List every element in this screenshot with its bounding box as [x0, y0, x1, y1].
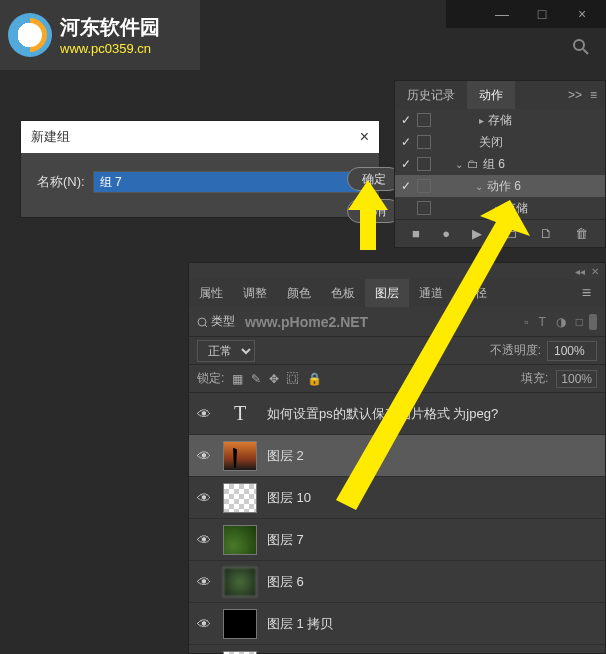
layer-thumbnail[interactable]: [223, 567, 257, 597]
close-window-button[interactable]: ×: [562, 3, 602, 25]
window-titlebar: — □ ×: [446, 0, 606, 28]
tab-属性[interactable]: 属性: [189, 279, 233, 307]
action-row[interactable]: ✓ 关闭: [395, 131, 605, 153]
filter-kind-dropdown[interactable]: 类型: [197, 313, 235, 330]
panel-menu-button[interactable]: ≡: [590, 88, 597, 102]
lock-label: 锁定:: [197, 370, 224, 387]
opacity-value[interactable]: 100%: [547, 341, 597, 361]
layer-thumbnail[interactable]: [223, 441, 257, 471]
action-label: 动作 6: [487, 178, 521, 195]
action-label: 组 6: [483, 156, 505, 173]
panel-close-button[interactable]: ✕: [591, 266, 599, 277]
action-row[interactable]: ✓ ⌄ 动作 6: [395, 175, 605, 197]
svg-point-0: [574, 40, 584, 50]
filter-toggle[interactable]: [589, 314, 597, 330]
dialog-title-text: 新建组: [31, 128, 70, 146]
svg-line-3: [205, 325, 207, 327]
dialog-close-button[interactable]: ×: [360, 128, 369, 146]
layer-thumbnail[interactable]: [223, 525, 257, 555]
new-action-button[interactable]: 🗋: [540, 226, 553, 241]
layer-row[interactable]: 👁 图层 6: [189, 561, 605, 603]
action-label: 存储: [488, 112, 512, 129]
lock-transparent-icon[interactable]: ▦: [232, 372, 243, 386]
delete-button[interactable]: 🗑: [575, 226, 588, 241]
layer-row[interactable]: 👁 图层 1: [189, 645, 605, 654]
group-name-input[interactable]: [93, 171, 363, 193]
action-dialog-toggle[interactable]: [417, 113, 431, 127]
layer-thumbnail[interactable]: [223, 651, 257, 655]
expand-arrow-icon[interactable]: ⌄: [455, 159, 463, 170]
tab-actions[interactable]: 动作: [467, 81, 515, 109]
svg-line-1: [583, 49, 588, 54]
blend-mode-select[interactable]: 正常: [197, 340, 255, 362]
lock-brush-icon[interactable]: ✎: [251, 372, 261, 386]
search-icon[interactable]: [572, 38, 590, 61]
action-check[interactable]: ✓: [399, 135, 413, 149]
expand-arrow-icon[interactable]: ⌄: [475, 181, 483, 192]
dialog-titlebar[interactable]: 新建组 ×: [21, 121, 379, 153]
visibility-toggle[interactable]: 👁: [195, 448, 213, 464]
layer-row[interactable]: 👁 图层 1 拷贝: [189, 603, 605, 645]
action-row[interactable]: ✓ ⌄ 🗀 组 6: [395, 153, 605, 175]
layers-menu-button[interactable]: ≡: [574, 284, 599, 302]
folder-icon: 🗀: [467, 157, 479, 171]
action-dialog-toggle[interactable]: [417, 157, 431, 171]
action-label: 关闭: [479, 134, 503, 151]
site-logo: 河东软件园 www.pc0359.cn: [0, 0, 200, 70]
maximize-button[interactable]: □: [522, 3, 562, 25]
expand-arrow-icon[interactable]: ▸: [479, 115, 484, 126]
svg-marker-5: [336, 200, 530, 510]
action-dialog-toggle[interactable]: [417, 179, 431, 193]
visibility-toggle[interactable]: 👁: [195, 574, 213, 590]
panel-expand-button[interactable]: >>: [568, 88, 582, 102]
minimize-button[interactable]: —: [482, 3, 522, 25]
action-check[interactable]: ✓: [399, 179, 413, 193]
action-row[interactable]: ✓ ▸ 存储: [395, 109, 605, 131]
action-dialog-toggle[interactable]: [417, 135, 431, 149]
fill-value[interactable]: 100%: [556, 370, 597, 388]
action-check[interactable]: ✓: [399, 157, 413, 171]
filter-type-icon[interactable]: □: [576, 315, 583, 329]
panel-collapse-button[interactable]: ◂◂: [575, 266, 585, 277]
name-label: 名称(N):: [37, 173, 85, 191]
svg-point-2: [198, 318, 206, 326]
filter-type-icon[interactable]: ◑: [556, 315, 566, 329]
visibility-toggle[interactable]: 👁: [195, 616, 213, 632]
tab-history[interactable]: 历史记录: [395, 81, 467, 109]
visibility-toggle[interactable]: 👁: [195, 490, 213, 506]
annotation-arrow: [280, 200, 540, 540]
lock-move-icon[interactable]: ✥: [269, 372, 279, 386]
logo-subtitle: www.pc0359.cn: [60, 41, 160, 56]
logo-title: 河东软件园: [60, 14, 160, 41]
layer-name[interactable]: 图层 6: [267, 573, 304, 591]
layer-thumbnail[interactable]: T: [223, 399, 257, 429]
layer-thumbnail[interactable]: [223, 609, 257, 639]
logo-icon: [8, 13, 52, 57]
layer-name[interactable]: 图层 1 拷贝: [267, 615, 333, 633]
layer-thumbnail[interactable]: [223, 483, 257, 513]
visibility-toggle[interactable]: 👁: [195, 406, 213, 422]
visibility-toggle[interactable]: 👁: [195, 532, 213, 548]
tab-调整[interactable]: 调整: [233, 279, 277, 307]
action-check[interactable]: ✓: [399, 113, 413, 127]
